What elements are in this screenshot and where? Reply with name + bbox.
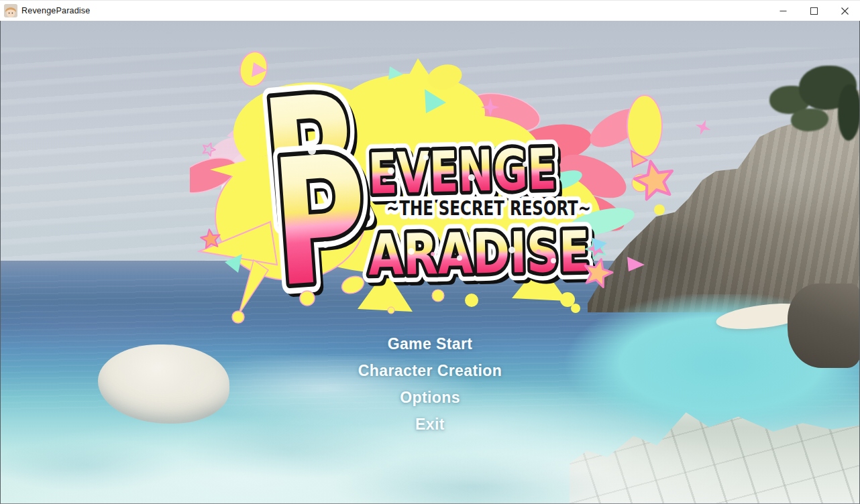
main-menu: Game Start Character Creation Options Ex… [1, 330, 859, 438]
close-icon [841, 7, 849, 15]
character-portrait-icon [4, 4, 17, 17]
svg-text:~THE SECRET RESORT~: ~THE SECRET RESORT~ [386, 196, 591, 220]
game-logo: R R R EVENGE EVENGE EVENGE ~THE SECRET R… [190, 49, 794, 337]
window-controls [767, 1, 860, 21]
tree-canopy [791, 109, 828, 131]
game-viewport: R R R EVENGE EVENGE EVENGE ~THE SECRET R… [0, 21, 860, 504]
menu-item-exit[interactable]: Exit [1, 411, 859, 438]
app-window: RevengeParadise [0, 0, 860, 504]
title-bar: RevengeParadise [0, 0, 860, 21]
minimize-button[interactable] [767, 1, 798, 21]
menu-item-options[interactable]: Options [1, 384, 859, 411]
close-button[interactable] [829, 1, 860, 21]
logo-art: R R R EVENGE EVENGE EVENGE ~THE SECRET R… [190, 49, 794, 337]
menu-item-character-creation[interactable]: Character Creation [1, 357, 859, 384]
app-icon [4, 4, 17, 17]
tree-canopy [838, 84, 860, 141]
svg-text:ARADISE: ARADISE [368, 218, 590, 288]
maximize-button[interactable] [798, 1, 829, 21]
svg-text:P: P [266, 117, 374, 326]
logo-subtitle: ~THE SECRET RESORT~ ~THE SECRET RESORT~ [386, 196, 591, 220]
minimize-icon [780, 7, 787, 15]
maximize-icon [810, 7, 818, 15]
window-title: RevengeParadise [21, 6, 90, 15]
menu-item-game-start[interactable]: Game Start [1, 330, 859, 357]
